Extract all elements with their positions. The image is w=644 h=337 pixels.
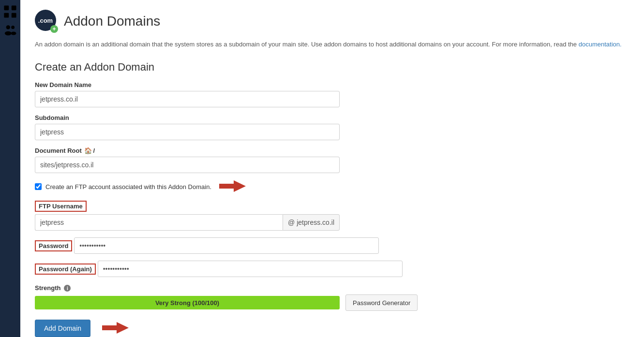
domain-logo: .com + [35, 10, 58, 33]
document-root-group: Document Root 🏠/ [35, 147, 629, 173]
password-input[interactable] [74, 237, 379, 254]
password-again-input[interactable] [98, 261, 403, 277]
sidebar-item-grid[interactable] [3, 5, 17, 18]
strength-group: Strength i Very Strong (100/100) Passwor… [35, 284, 629, 311]
page-title: Addon Domains [64, 14, 160, 29]
new-domain-label: New Domain Name [35, 81, 629, 88]
page-header: .com + Addon Domains [35, 10, 629, 33]
svg-rect-3 [12, 13, 16, 18]
svg-point-6 [11, 26, 15, 29]
strength-label: Strength [35, 284, 60, 292]
password-again-group: Password (Again) [35, 261, 629, 277]
document-root-label: Document Root 🏠/ [35, 147, 629, 154]
ftp-checkbox[interactable] [35, 183, 42, 190]
sidebar-item-users[interactable] [3, 23, 17, 37]
ftp-checkbox-label[interactable]: Create an FTP account associated with th… [45, 183, 211, 190]
main-content: .com + Addon Domains An addon domain is … [20, 0, 644, 337]
ftp-domain-suffix: @ jetpress.co.il [283, 214, 340, 231]
svg-point-7 [11, 32, 16, 35]
subdomain-label: Subdomain [35, 114, 629, 121]
password-again-label: Password (Again) [35, 264, 96, 275]
add-domain-button[interactable]: Add Domain [35, 320, 90, 337]
svg-rect-2 [4, 13, 9, 18]
password-generator-button[interactable]: Password Generator [345, 294, 418, 311]
document-root-input[interactable] [35, 157, 340, 173]
button-row: Add Domain [35, 320, 629, 337]
subdomain-input[interactable] [35, 124, 340, 140]
new-domain-group: New Domain Name [35, 81, 629, 107]
strength-bar-container: Very Strong (100/100) [35, 296, 340, 309]
logo-text: .com [38, 17, 53, 24]
grid-icon [3, 5, 17, 18]
svg-rect-1 [12, 5, 16, 10]
strength-label-row: Strength i [35, 284, 629, 292]
svg-rect-0 [4, 5, 9, 10]
subdomain-group: Subdomain [35, 114, 629, 140]
ftp-arrow-annotation [219, 180, 246, 194]
users-icon [3, 23, 17, 37]
svg-marker-8 [219, 180, 246, 192]
domain-logo-plus: + [50, 25, 58, 33]
password-label: Password [35, 240, 72, 251]
ftp-username-input[interactable] [35, 214, 283, 231]
ftp-username-label: FTP Username [35, 201, 87, 212]
add-domain-arrow-annotation [102, 322, 129, 336]
ftp-username-group: FTP Username @ jetpress.co.il [35, 201, 629, 231]
ftp-checkbox-row: Create an FTP account associated with th… [35, 180, 629, 194]
svg-marker-9 [102, 322, 129, 334]
form-section-title: Create an Addon Domain [35, 61, 629, 73]
house-icon: 🏠 [84, 147, 92, 154]
info-icon[interactable]: i [64, 285, 71, 292]
description: An addon domain is an additional domain … [35, 40, 629, 49]
strength-bar-text: Very Strong (100/100) [155, 299, 219, 307]
sidebar [0, 0, 20, 337]
strength-row: Very Strong (100/100) Password Generator [35, 294, 629, 311]
svg-point-5 [5, 31, 12, 35]
ftp-username-row: @ jetpress.co.il [35, 214, 340, 231]
svg-point-4 [6, 25, 10, 29]
documentation-link[interactable]: documentation. [579, 41, 622, 48]
password-group: Password [35, 237, 629, 254]
new-domain-input[interactable] [35, 91, 340, 107]
